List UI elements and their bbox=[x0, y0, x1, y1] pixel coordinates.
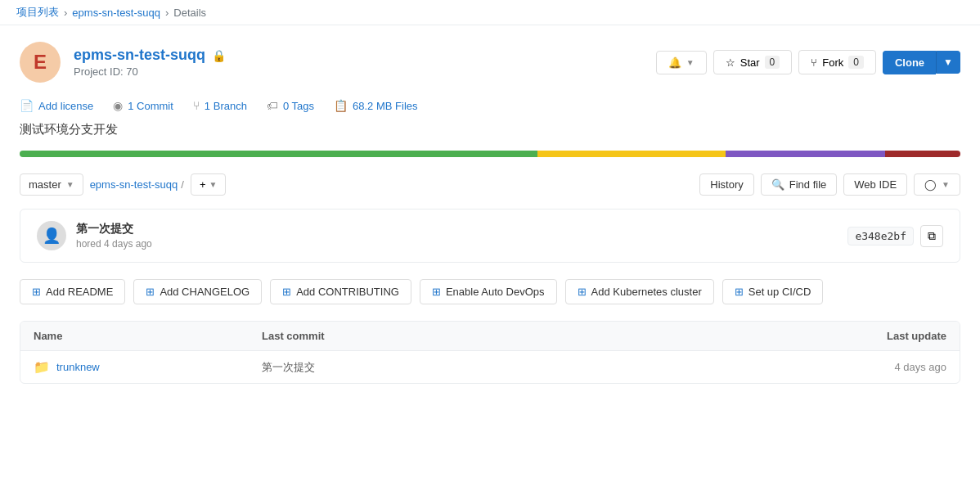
commit-card: 👤 第一次提交 hored 4 days ago e348e2bf ⧉ bbox=[20, 209, 960, 263]
folder-icon: 📁 bbox=[34, 359, 50, 375]
commit-meta: hored 4 days ago bbox=[76, 238, 152, 250]
file-last-commit: 第一次提交 bbox=[262, 360, 718, 375]
star-count: 0 bbox=[765, 56, 780, 69]
star-label: Star bbox=[740, 56, 760, 69]
chevron-down-icon: ▼ bbox=[209, 180, 218, 189]
files-table: Name Last commit Last update 📁 trunknew … bbox=[20, 321, 960, 384]
project-name[interactable]: epms-sn-test-suqq bbox=[74, 47, 205, 64]
fork-button[interactable]: ⑂ Fork 0 bbox=[798, 50, 876, 74]
notification-icon: 🔔 bbox=[668, 56, 681, 69]
action-btn-enable-auto-devops[interactable]: ⊞Enable Auto DevOps bbox=[420, 279, 557, 304]
plus-icon: ⊞ bbox=[146, 286, 155, 298]
breadcrumb: 项目列表 › epms-sn-test-suqq › Details bbox=[0, 0, 980, 25]
chevron-down-icon: ▼ bbox=[686, 58, 695, 67]
tags-meta[interactable]: 🏷 0 Tags bbox=[267, 99, 314, 112]
plus-icon: ⊞ bbox=[432, 286, 441, 298]
project-id: Project ID: 70 bbox=[74, 65, 226, 78]
table-row[interactable]: 📁 trunknew 第一次提交 4 days ago bbox=[20, 351, 960, 383]
files-table-header: Name Last commit Last update bbox=[20, 322, 960, 351]
plus-icon: ⊞ bbox=[32, 286, 41, 298]
breadcrumb-home[interactable]: 项目列表 bbox=[16, 5, 59, 20]
find-file-button[interactable]: 🔍 Find file bbox=[761, 173, 838, 196]
clone-dropdown-button[interactable]: ▼ bbox=[936, 51, 960, 74]
action-btn-add-changelog[interactable]: ⊞Add CHANGELOG bbox=[133, 279, 262, 304]
file-name-text[interactable]: trunknew bbox=[56, 361, 100, 373]
commit-hash-code: e348e2bf bbox=[847, 227, 914, 246]
language-bar bbox=[20, 151, 960, 157]
plus-icon: ⊞ bbox=[282, 286, 291, 298]
files-meta[interactable]: 📋 68.2 MB Files bbox=[334, 99, 418, 112]
repo-path[interactable]: epms-sn-test-suqq bbox=[90, 178, 178, 191]
find-file-label: Find file bbox=[789, 178, 827, 191]
add-file-button[interactable]: + ▼ bbox=[191, 173, 227, 196]
lock-icon: 🔒 bbox=[212, 49, 226, 62]
chevron-down-icon: ▼ bbox=[942, 180, 950, 189]
search-icon: 🔍 bbox=[771, 178, 784, 191]
more-options-button[interactable]: ◯ ▼ bbox=[914, 173, 960, 196]
web-ide-button[interactable]: Web IDE bbox=[843, 173, 907, 196]
action-btn-set-up-ci/cd[interactable]: ⊞Set up CI/CD bbox=[722, 279, 824, 304]
branch-icon: ⑂ bbox=[193, 99, 200, 112]
fork-label: Fork bbox=[822, 56, 843, 69]
commit-message[interactable]: 第一次提交 bbox=[76, 222, 152, 236]
plus-icon: + bbox=[200, 178, 206, 191]
branch-selector[interactable]: master ▼ bbox=[20, 173, 83, 196]
star-button[interactable]: ☆ Star 0 bbox=[713, 50, 793, 74]
action-btn-add-kubernetes-cluster[interactable]: ⊞Add Kubernetes cluster bbox=[565, 279, 714, 304]
file-last-update: 4 days ago bbox=[718, 361, 946, 373]
branch-name: master bbox=[29, 178, 61, 191]
add-license[interactable]: 📄 Add license bbox=[20, 99, 93, 112]
history-button[interactable]: History bbox=[699, 173, 753, 196]
breadcrumb-current: Details bbox=[173, 7, 206, 19]
commit-options-icon: ◯ bbox=[924, 178, 937, 191]
star-icon: ☆ bbox=[726, 56, 735, 69]
col-last-update: Last update bbox=[718, 330, 946, 342]
col-name: Name bbox=[34, 330, 262, 342]
path-slash: / bbox=[181, 178, 184, 191]
breadcrumb-repo[interactable]: epms-sn-test-suqq bbox=[72, 7, 160, 19]
col-last-commit: Last commit bbox=[262, 330, 718, 342]
project-description: 测试环境分支开发 bbox=[20, 122, 960, 137]
notification-button[interactable]: 🔔 ▼ bbox=[656, 51, 707, 74]
avatar: E bbox=[20, 42, 61, 83]
action-btn-add-contributing[interactable]: ⊞Add CONTRIBUTING bbox=[270, 279, 411, 304]
fork-icon: ⑂ bbox=[811, 56, 817, 69]
files-icon: 📋 bbox=[334, 99, 348, 112]
action-btn-add-readme[interactable]: ⊞Add README bbox=[20, 279, 125, 304]
commit-avatar: 👤 bbox=[37, 221, 66, 250]
tag-icon: 🏷 bbox=[267, 99, 278, 112]
action-buttons-group: ⊞Add README⊞Add CHANGELOG⊞Add CONTRIBUTI… bbox=[20, 279, 960, 304]
copy-hash-button[interactable]: ⧉ bbox=[920, 225, 943, 247]
plus-icon: ⊞ bbox=[578, 286, 587, 298]
commit-icon: ◉ bbox=[113, 99, 123, 112]
chevron-down-icon: ▼ bbox=[66, 180, 74, 189]
branches-meta[interactable]: ⑂ 1 Branch bbox=[193, 99, 247, 112]
license-icon: 📄 bbox=[20, 99, 34, 112]
plus-icon: ⊞ bbox=[735, 286, 744, 298]
commits-meta[interactable]: ◉ 1 Commit bbox=[113, 99, 173, 112]
clone-main-button[interactable]: Clone bbox=[883, 51, 936, 74]
fork-count: 0 bbox=[848, 56, 864, 69]
